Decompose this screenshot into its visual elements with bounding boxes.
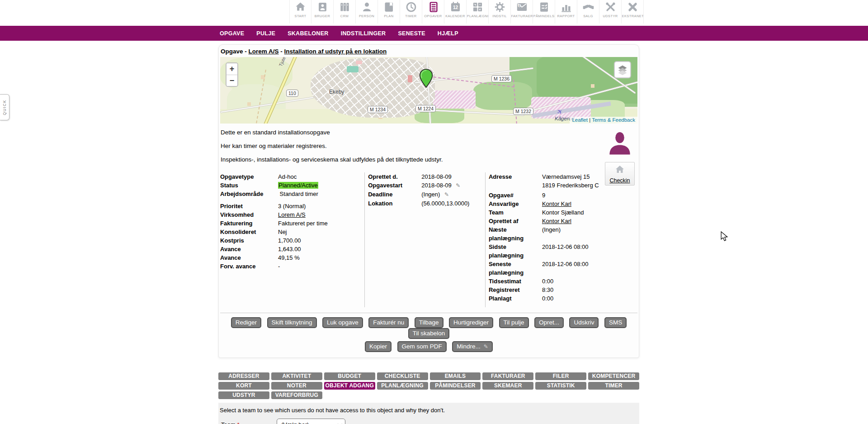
toolbar-item-label: PERSON	[356, 14, 377, 18]
action-button[interactable]: Rediger	[231, 317, 261, 328]
tab-button[interactable]: FILER	[535, 372, 586, 380]
action-button[interactable]: Gem som PDF	[397, 341, 447, 352]
breadcrumb-task-link[interactable]: Installation af udstyr på en lokation	[284, 48, 387, 55]
tab-button[interactable]: PÅMINDELSER	[430, 382, 481, 390]
description-line: Inspektions-, installations- og services…	[221, 155, 637, 164]
menu-item-opgave[interactable]: OPGAVE	[220, 30, 244, 37]
toolbar-item-plan[interactable]: PLAN	[378, 0, 400, 24]
tab-button[interactable]: VAREFORBRUG	[271, 391, 322, 399]
required-mark: *	[237, 421, 239, 424]
tab-button[interactable]: KORT	[218, 382, 269, 390]
toolbar-item-indstil[interactable]: INDSTIL	[489, 0, 511, 24]
detail-value: 3 (Normal)	[278, 203, 306, 210]
toolbar-item-start[interactable]: START	[289, 0, 311, 24]
checkin-link[interactable]: Checkin	[605, 177, 634, 184]
detail-label: Opgavestart	[368, 181, 421, 190]
action-button[interactable]: SMS	[604, 317, 627, 328]
action-buttons: Rediger Skift tilknytning Luk opgave Fak…	[220, 313, 637, 352]
toolbar-item-salg[interactable]: SALG	[577, 0, 599, 24]
action-button[interactable]: Udskriv	[569, 317, 599, 328]
tab-button[interactable]: SKEMAER	[482, 382, 533, 390]
tab-button[interactable]: EMAILS	[430, 372, 481, 380]
detail-value-wrap: 2018-08-09 ✎	[421, 181, 485, 190]
leaflet-link[interactable]: Leaflet	[572, 117, 588, 123]
breadcrumb-company-link[interactable]: Lorem A/S	[249, 48, 279, 55]
menu-item-seneste[interactable]: SENESTE	[398, 30, 425, 37]
toolbar-item-udstyr[interactable]: UDSTYR	[599, 0, 622, 24]
toolbar-item-timer[interactable]: TIMER	[400, 0, 422, 24]
tab-button[interactable]: ADRESSER	[218, 372, 269, 380]
tab-button[interactable]: TIMER	[588, 382, 639, 390]
menu-item-skabeloner[interactable]: SKABELONER	[288, 30, 329, 37]
menu-item-pulje[interactable]: PULJE	[256, 30, 275, 37]
toolbar-item-label: CRM	[334, 14, 355, 18]
action-button[interactable]: Luk opgave	[322, 317, 363, 328]
tab-button[interactable]: AKTIVITET	[271, 372, 322, 380]
detail-row: Kostpris 1,700.00	[220, 236, 364, 245]
detail-value: Kontor Sjælland	[542, 209, 584, 216]
action-button[interactable]: Tilbage	[415, 317, 443, 328]
tab-button[interactable]: OBJEKT ADGANG	[324, 382, 375, 390]
detail-row: Planlagt 0:00	[489, 294, 637, 303]
detail-row: Prioritet 3 (Normal)	[220, 202, 364, 210]
action-button[interactable]: Til pulje	[499, 317, 529, 328]
breadcrumb: Opgave - Lorem A/S - Installation af uds…	[221, 48, 637, 55]
section-tabs: ADRESSER AKTIVITET BUDGET CHECKLISTE EMA…	[218, 372, 639, 399]
action-button[interactable]: Skift tilknytning	[267, 317, 317, 328]
action-button[interactable]: Hurtigrediger	[449, 317, 493, 328]
map-marker-pin[interactable]	[419, 69, 433, 90]
toolbar-item-opgaver[interactable]: OPGAVER	[422, 0, 444, 24]
toolbar-item-person[interactable]: PERSON	[356, 0, 378, 24]
person-icon	[361, 1, 373, 13]
tab-button[interactable]: FAKTURAER	[482, 372, 533, 380]
detail-value-wrap: 9	[542, 191, 637, 200]
detail-label: Arbejdsområde	[220, 190, 278, 198]
tab-button[interactable]: CHECKLISTE	[377, 372, 428, 380]
reminder-checklist-icon	[538, 1, 550, 13]
detail-value: 2018-12-06 08:00	[542, 261, 589, 267]
detail-value-wrap: 2018-12-06 08:00	[542, 243, 637, 260]
gear-icon	[494, 1, 506, 13]
action-button[interactable]: Kopier	[365, 341, 392, 352]
toolbar-item-planlaegning[interactable]: PLANLÆGNIN	[467, 0, 489, 24]
zoom-in-button[interactable]: +	[226, 63, 237, 75]
detail-value-wrap: 0:00	[542, 294, 637, 303]
detail-value-wrap: Nej	[278, 228, 364, 236]
action-button[interactable]: Til skabelon	[408, 328, 450, 339]
menu-item-indstillinger[interactable]: INDSTILLINGER	[341, 30, 386, 37]
tab-button[interactable]: KOMPETENCER	[588, 372, 639, 380]
location-map[interactable]: ✈ Tjutebrovägen Ekeby 110 M 1236 M 1234 …	[220, 57, 637, 124]
detail-value-wrap: Lorem A/S	[278, 210, 364, 219]
menu-item-hjaelp[interactable]: HJÆLP	[438, 30, 458, 37]
quick-side-tab[interactable]: QUICK	[0, 94, 9, 120]
tab-button[interactable]: UDSTYR	[218, 391, 269, 399]
toolbar-item-rapport[interactable]: RAPPORT	[555, 0, 577, 24]
toolbar-item-kalender[interactable]: 12 KALENDER	[444, 0, 467, 24]
tab-button[interactable]: BUDGET	[324, 372, 375, 380]
detail-label: Forv. avance	[220, 262, 278, 271]
terms-feedback-link[interactable]: Terms & Feedback	[592, 117, 635, 123]
details-column-middle: Oprettet d. 2018-08-09 Opgavestart 2018-…	[364, 172, 485, 307]
toolbar-item-crm[interactable]: CRM	[334, 0, 356, 24]
toolbar-item-bruger[interactable]: BRUGER	[311, 0, 334, 24]
tab-button[interactable]: STATISTIK	[535, 382, 586, 390]
action-button-label: Opret...	[539, 319, 559, 326]
toolbar-item-ekstranet[interactable]: EKSTRANET	[622, 0, 644, 24]
edit-pencil-icon[interactable]: ✎	[456, 182, 460, 189]
action-button[interactable]: Opret...	[534, 317, 564, 328]
team-select[interactable]: (Vælg her)	[277, 419, 345, 424]
zoom-out-button[interactable]: −	[226, 75, 237, 86]
map-layers-control[interactable]	[614, 61, 631, 78]
action-button[interactable]: Mindre...✎	[452, 341, 493, 352]
toolbar-item-fakturaer[interactable]: $ FAKTURAER	[511, 0, 533, 24]
top-toolbar: START BRUGER CRM PERSON PLAN TIMER OPGAV…	[0, 0, 868, 26]
checkin-box[interactable]: Checkin	[605, 162, 635, 186]
detail-label: Tidsestimat	[489, 277, 542, 286]
tab-button[interactable]: NOTER	[271, 382, 322, 390]
edit-pencil-icon[interactable]: ✎	[444, 191, 449, 198]
action-button[interactable]: Fakturér nu	[368, 317, 409, 328]
toolbar-item-paamindelser[interactable]: PÅMINDELSER	[533, 0, 555, 24]
detail-value-wrap: Ad-hoc	[278, 172, 364, 181]
tab-button[interactable]: PLANLÆGNING	[377, 382, 428, 390]
detail-label: Ansvarlige	[489, 200, 542, 208]
